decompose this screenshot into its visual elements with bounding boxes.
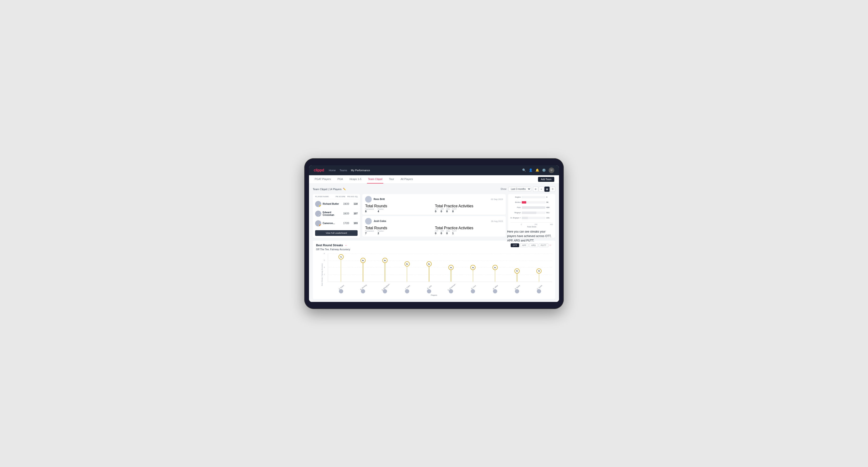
player-col: 4xB. Ford (463, 253, 484, 282)
subnav-pga[interactable]: PGA (337, 175, 344, 184)
bar-fill-eagles (522, 196, 522, 198)
bar-chart-bars: Eagles 3 Birdies (510, 196, 553, 220)
player-avg: 107 (351, 212, 358, 215)
avatar[interactable]: U (549, 167, 554, 173)
streak-bubble: 3x (536, 269, 541, 274)
rank-badge-silver: 2 (319, 214, 321, 217)
subnav-pgat[interactable]: PGAT Players (314, 175, 332, 184)
leaderboard-header: PLAYER NAME PB SCORE PB AVG SQ (313, 194, 360, 199)
settings-icon[interactable]: ⚙️ (542, 168, 546, 172)
avatar (383, 289, 387, 293)
putt-stat: PUTT 1 (452, 230, 456, 235)
bar-row-pars: Pars 499 (510, 206, 553, 209)
avatar (471, 289, 475, 293)
bar-fill-dbogeys (522, 217, 528, 219)
player-name-label: C. Quick (536, 284, 542, 290)
streak-line (407, 264, 407, 281)
search-icon[interactable]: 🔍 (522, 168, 526, 172)
practice-activities-label: Total Practice Activities (435, 226, 473, 230)
filter-arg[interactable]: ARG (529, 243, 538, 247)
avatar (515, 289, 519, 293)
practice-activities: Total Practice Activities OTT 0 APP (435, 226, 503, 235)
filter-ott[interactable]: OTT (511, 243, 519, 247)
ott-stat: OTT 0 (435, 208, 438, 213)
filter-app[interactable]: APP (520, 243, 528, 247)
avatar (537, 289, 541, 293)
streak-bubble: 4x (493, 265, 498, 270)
subnav-team-clippd[interactable]: Team Clippd (367, 175, 383, 184)
bell-icon[interactable]: 🔔 (535, 168, 539, 172)
period-select[interactable]: Last 3 months (508, 187, 531, 191)
subnav-tour[interactable]: Tour (388, 175, 395, 184)
player-col: 5xR. Britt (418, 253, 439, 282)
player-col: 7xE. Ewert (331, 253, 351, 282)
putt-stat: PUTT 0 (452, 208, 456, 213)
edit-icon[interactable]: ✏️ (343, 188, 346, 190)
detail-view-btn[interactable]: ☰ (550, 187, 555, 192)
view-full-leaderboard-button[interactable]: View Full Leaderboard (315, 230, 358, 236)
nav-icons: 🔍 👤 🔔 ⚙️ U (522, 167, 554, 173)
subnav: PGAT Players PGA Hcaps 1-5 Team Clippd T… (309, 175, 559, 184)
filter-putt[interactable]: PUTT (539, 243, 549, 247)
total-rounds-label: Total Rounds (365, 226, 387, 230)
player-col: 4xM. Miller (485, 253, 505, 282)
rank-badge-bronze: 3 (319, 224, 321, 226)
arrow-indicator: ← (345, 244, 348, 247)
leaderboard-panel: PLAYER NAME PB SCORE PB AVG SQ 1 (313, 194, 360, 238)
player-col: 6xD. Billingham (375, 253, 396, 282)
player-cards: Rees Britt 02 Sep 2023 Total Rounds Tour… (362, 194, 506, 238)
subnav-right: Add Team (538, 177, 554, 182)
player-info: 1 Richard Butler (315, 201, 341, 207)
total-rounds-label: Total Rounds (365, 204, 387, 208)
player-name-label: B. Ford (471, 285, 476, 289)
subnav-hcaps[interactable]: Hcaps 1-5 (349, 175, 362, 184)
nav-home[interactable]: Home (329, 168, 336, 173)
player-score: 17/20 (343, 222, 349, 224)
player-name: Richard Butler (323, 203, 339, 205)
show-label: Show (500, 188, 506, 190)
chart-area: 8 6 4 2 7xE. Ewert6xB. McHerg6xD. Billin… (328, 253, 552, 282)
card-stats: Total Rounds Tournament 7 Practice (365, 226, 503, 235)
col-pb-avg: PB AVG SQ (347, 195, 358, 198)
rank-badge-gold: 1 (319, 205, 321, 207)
streak-line (385, 260, 385, 281)
grid-view-btn[interactable]: ⊞ (533, 187, 538, 192)
practice-stat: Practice 2 (378, 230, 383, 235)
callout-annotation: Here you can see streaks your players ha… (507, 229, 554, 243)
streak-bubble: 5x (427, 261, 432, 267)
col-player-name: PLAYER NAME (315, 195, 334, 198)
streak-bubble: 4x (470, 265, 475, 270)
filter-buttons: OTT APP ARG PUTT ← (511, 243, 552, 247)
table-row[interactable]: 1 Richard Butler 19/20 110 (313, 199, 360, 209)
avatar (427, 289, 431, 293)
bottom-section-header: Best Round Streaks ← OTT APP ARG PUTT ← (316, 243, 552, 247)
player-name-label: E. Ewert (339, 284, 345, 290)
bar-fill-pars (522, 206, 545, 209)
player-name: Josh Coles (374, 220, 489, 222)
add-team-button[interactable]: Add Team (538, 177, 554, 182)
table-row[interactable]: 3 Cameron... 17/20 103 (313, 219, 360, 228)
practice-stat: Practice 4 (378, 208, 383, 213)
list-view-btn[interactable]: ≡ (539, 187, 544, 192)
y-axis-label-container: Best Streak, Fairway Accuracy (316, 253, 328, 296)
avatar (449, 289, 453, 293)
card-stats: Total Rounds Tournament 8 Practice (365, 204, 503, 213)
player-name: Edward Crossman (323, 211, 341, 216)
nav-teams[interactable]: Teams (339, 168, 347, 173)
streak-bubble: 7x (338, 254, 344, 259)
section-title: Best Round Streaks (316, 244, 343, 247)
user-icon[interactable]: 👤 (529, 168, 533, 172)
streaks-chart-container: Best Streak, Fairway Accuracy 8 6 4 2 (316, 253, 552, 296)
streak-line (429, 264, 429, 281)
avatar (405, 289, 409, 293)
subnav-all-players[interactable]: All Players (400, 175, 414, 184)
card-view-btn[interactable]: ▦ (545, 187, 550, 192)
navbar: clippd Home Teams My Performance 🔍 👤 🔔 ⚙… (309, 165, 559, 175)
player-col: 4xE. Crossman (440, 253, 461, 282)
nav-my-performance[interactable]: My Performance (351, 168, 370, 173)
player-score: 19/20 (343, 203, 349, 205)
arrow-indicator-right: ← (549, 243, 552, 247)
player-card-josh-coles: Josh Coles 26 Aug 2023 Total Rounds Tour… (362, 216, 506, 237)
table-row[interactable]: 2 Edward Crossman 18/20 107 (313, 209, 360, 219)
arg-stat: ARG 0 (446, 208, 450, 213)
